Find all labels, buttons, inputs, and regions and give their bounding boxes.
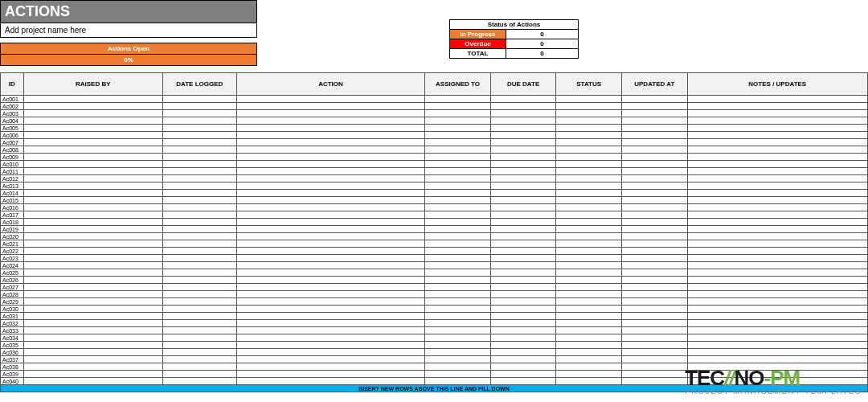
cell-empty[interactable] <box>236 211 425 219</box>
cell-id[interactable]: Ac034 <box>1 334 24 342</box>
table-row[interactable]: Ac028 <box>1 291 868 298</box>
cell-empty[interactable] <box>425 378 491 385</box>
cell-empty[interactable] <box>425 233 491 240</box>
cell-empty[interactable] <box>621 146 687 154</box>
cell-empty[interactable] <box>556 233 622 240</box>
table-row[interactable]: Ac005 <box>1 125 868 132</box>
table-row[interactable]: Ac002 <box>1 103 868 110</box>
cell-empty[interactable] <box>23 226 162 233</box>
cell-empty[interactable] <box>162 284 236 291</box>
table-row[interactable]: Ac012 <box>1 175 868 183</box>
cell-empty[interactable] <box>162 378 236 385</box>
cell-empty[interactable] <box>23 378 162 385</box>
cell-empty[interactable] <box>687 277 867 284</box>
cell-empty[interactable] <box>23 363 162 371</box>
cell-empty[interactable] <box>687 363 867 371</box>
cell-empty[interactable] <box>490 334 556 342</box>
cell-empty[interactable] <box>236 110 425 117</box>
cell-empty[interactable] <box>162 125 236 132</box>
cell-id[interactable]: Ac036 <box>1 349 24 356</box>
cell-empty[interactable] <box>236 226 425 233</box>
cell-empty[interactable] <box>236 269 425 277</box>
cell-empty[interactable] <box>687 204 867 211</box>
cell-empty[interactable] <box>162 183 236 190</box>
cell-empty[interactable] <box>687 110 867 117</box>
cell-empty[interactable] <box>23 342 162 349</box>
cell-empty[interactable] <box>556 125 622 132</box>
cell-empty[interactable] <box>556 204 622 211</box>
cell-empty[interactable] <box>490 233 556 240</box>
cell-empty[interactable] <box>162 219 236 226</box>
cell-empty[interactable] <box>687 219 867 226</box>
table-row[interactable]: Ac009 <box>1 154 868 161</box>
cell-empty[interactable] <box>236 320 425 327</box>
cell-empty[interactable] <box>556 378 622 385</box>
cell-empty[interactable] <box>687 298 867 306</box>
cell-empty[interactable] <box>236 240 425 248</box>
cell-empty[interactable] <box>556 349 622 356</box>
cell-empty[interactable] <box>490 117 556 125</box>
cell-id[interactable]: Ac032 <box>1 320 24 327</box>
cell-empty[interactable] <box>425 262 491 269</box>
cell-id[interactable]: Ac013 <box>1 183 24 190</box>
cell-empty[interactable] <box>236 183 425 190</box>
cell-empty[interactable] <box>621 226 687 233</box>
cell-empty[interactable] <box>162 262 236 269</box>
table-row[interactable]: Ac030 <box>1 306 868 313</box>
cell-empty[interactable] <box>687 175 867 183</box>
cell-empty[interactable] <box>425 320 491 327</box>
cell-empty[interactable] <box>162 342 236 349</box>
cell-empty[interactable] <box>621 248 687 255</box>
cell-empty[interactable] <box>236 154 425 161</box>
cell-empty[interactable] <box>162 248 236 255</box>
cell-id[interactable]: Ac024 <box>1 262 24 269</box>
table-row[interactable]: Ac015 <box>1 197 868 204</box>
cell-empty[interactable] <box>236 327 425 334</box>
cell-empty[interactable] <box>687 197 867 204</box>
cell-empty[interactable] <box>621 298 687 306</box>
cell-empty[interactable] <box>425 327 491 334</box>
cell-empty[interactable] <box>23 291 162 298</box>
cell-empty[interactable] <box>236 255 425 262</box>
cell-empty[interactable] <box>236 103 425 110</box>
cell-id[interactable]: Ac018 <box>1 219 24 226</box>
cell-empty[interactable] <box>425 146 491 154</box>
cell-empty[interactable] <box>162 291 236 298</box>
cell-empty[interactable] <box>556 132 622 139</box>
cell-empty[interactable] <box>162 132 236 139</box>
cell-empty[interactable] <box>425 125 491 132</box>
cell-empty[interactable] <box>162 226 236 233</box>
cell-empty[interactable] <box>490 183 556 190</box>
table-row[interactable]: Ac019 <box>1 226 868 233</box>
cell-empty[interactable] <box>425 363 491 371</box>
cell-empty[interactable] <box>23 183 162 190</box>
cell-empty[interactable] <box>687 291 867 298</box>
cell-empty[interactable] <box>687 255 867 262</box>
cell-empty[interactable] <box>687 211 867 219</box>
cell-empty[interactable] <box>556 190 622 197</box>
cell-empty[interactable] <box>687 146 867 154</box>
cell-id[interactable]: Ac039 <box>1 371 24 378</box>
cell-empty[interactable] <box>236 306 425 313</box>
table-row[interactable]: Ac001 <box>1 96 868 103</box>
cell-empty[interactable] <box>23 349 162 356</box>
cell-empty[interactable] <box>23 371 162 378</box>
cell-empty[interactable] <box>621 183 687 190</box>
cell-empty[interactable] <box>556 291 622 298</box>
cell-empty[interactable] <box>23 168 162 175</box>
cell-empty[interactable] <box>490 168 556 175</box>
cell-empty[interactable] <box>23 96 162 103</box>
cell-empty[interactable] <box>687 139 867 146</box>
cell-empty[interactable] <box>162 139 236 146</box>
cell-empty[interactable] <box>687 320 867 327</box>
cell-id[interactable]: Ac027 <box>1 284 24 291</box>
cell-empty[interactable] <box>162 313 236 320</box>
cell-empty[interactable] <box>490 240 556 248</box>
cell-empty[interactable] <box>23 175 162 183</box>
cell-empty[interactable] <box>490 154 556 161</box>
cell-empty[interactable] <box>621 306 687 313</box>
cell-empty[interactable] <box>621 349 687 356</box>
table-row[interactable]: Ac027 <box>1 284 868 291</box>
cell-id[interactable]: Ac020 <box>1 233 24 240</box>
cell-empty[interactable] <box>621 161 687 168</box>
